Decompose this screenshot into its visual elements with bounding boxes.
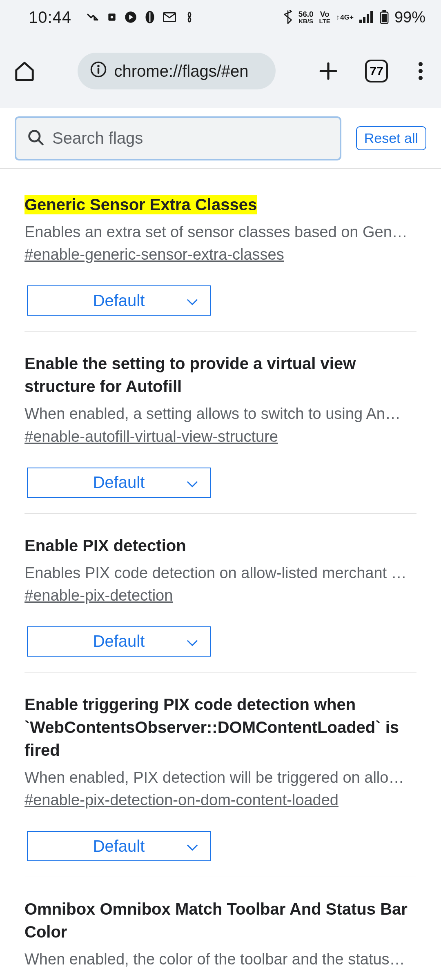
flag-title: Omnibox Omnibox Match Toolbar And Status… [24,898,416,943]
flags-list: Generic Sensor Extra Classes Enables an … [0,169,441,980]
bluetooth-icon [283,10,293,24]
flag-description: Enables PIX code detection on allow-list… [24,563,416,584]
svg-rect-6 [363,17,365,23]
tab-switcher-button[interactable]: 77 [365,60,388,82]
svg-rect-11 [382,14,387,22]
flag-select-value: Default [93,837,145,855]
svg-rect-5 [359,20,362,23]
battery-percent: 99% [394,9,425,26]
chevron-down-icon [186,473,198,492]
android-statusbar: 10:44 56.0 KB/S Vo LTE [0,0,441,34]
chevron-down-icon [186,837,198,855]
home-button[interactable] [12,59,37,83]
battery-icon [380,10,389,24]
new-tab-button[interactable] [316,59,341,83]
flag-anchor-link[interactable]: #enable-autofill-virtual-view-structure [24,428,278,445]
svg-line-18 [38,140,43,144]
url-bar[interactable]: chrome://flags/#en [78,53,276,89]
gmail-icon [163,12,176,22]
chrome-toolbar: chrome://flags/#en 77 [0,34,441,108]
flag-title: Enable triggering PIX code detection whe… [24,693,416,762]
flag-select-dropdown[interactable]: Default [27,468,211,498]
chevron-down-icon [186,632,198,650]
flag-description: Enables an extra set of sensor classes b… [24,222,416,243]
flag-title: Generic Sensor Extra Classes [24,193,416,216]
network-gen: ↕4G+ [336,14,354,21]
flag-description: When enabled, PIX detection will be trig… [24,767,416,788]
flag-title: Enable the setting to provide a virtual … [24,352,416,398]
search-flags-box[interactable] [15,116,341,160]
flag-description: When enabled, a setting allows to switch… [24,403,416,424]
flag-select-value: Default [93,473,145,492]
search-flags-input[interactable] [52,129,329,147]
flag-item: Enable triggering PIX code detection whe… [24,673,416,877]
status-time: 10:44 [29,8,71,27]
info-icon [90,61,107,82]
network-speed: 56.0 KB/S [298,10,314,24]
flag-select-value: Default [93,292,145,310]
flag-anchor-link[interactable]: #enable-pix-detection [24,587,173,604]
svg-rect-8 [370,11,373,23]
flag-title: Enable PIX detection [24,534,416,557]
svg-point-1 [111,16,114,19]
missed-call-icon [86,11,99,24]
app-icon-3 [183,11,196,23]
flag-item: Generic Sensor Extra Classes Enables an … [24,169,416,332]
flag-anchor-link[interactable]: #enable-generic-sensor-extra-classes [24,246,284,263]
chevron-down-icon [186,292,198,310]
flag-select-dropdown[interactable]: Default [27,285,211,316]
flag-item: Enable PIX detection Enables PIX code de… [24,514,416,673]
flag-select-dropdown[interactable]: Default [27,831,211,861]
more-menu-button[interactable] [412,61,429,81]
play-icon [125,11,137,23]
url-text: chrome://flags/#en [114,62,249,80]
flag-item: Omnibox Omnibox Match Toolbar And Status… [24,877,416,980]
volte-indicator: Vo LTE [319,10,330,24]
search-icon [27,129,45,148]
reset-all-button[interactable]: Reset all [356,126,426,150]
page-content: Reset all Generic Sensor Extra Classes E… [0,108,441,980]
tab-count: 77 [370,64,383,78]
app-icon [107,12,117,22]
app-icon-2 [144,10,156,24]
flags-searchbar: Reset all [0,108,441,169]
flag-select-dropdown[interactable]: Default [27,626,211,657]
flag-select-value: Default [93,632,145,650]
flag-anchor-link[interactable]: #enable-pix-detection-on-dom-content-loa… [24,791,339,809]
flag-description: When enabled, the color of the toolbar a… [24,949,416,970]
signal-icon [359,11,374,23]
svg-rect-7 [367,14,369,24]
flag-item: Enable the setting to provide a virtual … [24,332,416,513]
